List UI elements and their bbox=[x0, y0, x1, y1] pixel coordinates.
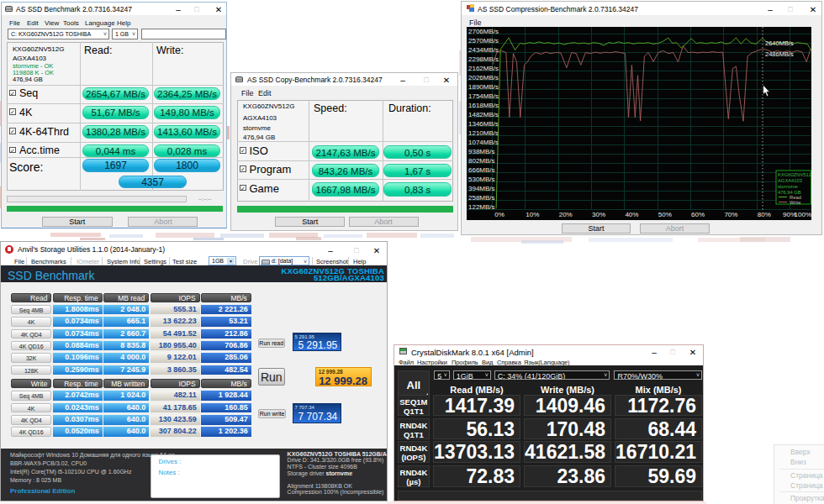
svg-text:80%: 80% bbox=[758, 211, 771, 218]
svg-text:1754MB/s: 1754MB/s bbox=[468, 92, 499, 100]
svg-text:AGXA4103: AGXA4103 bbox=[778, 178, 802, 183]
svg-text:70%: 70% bbox=[724, 211, 737, 218]
svg-text:530MB/s: 530MB/s bbox=[468, 176, 495, 183]
svg-text:100%: 100% bbox=[795, 211, 811, 218]
svg-text:1482MB/s: 1482MB/s bbox=[468, 111, 499, 118]
svg-text:1890MB/s: 1890MB/s bbox=[468, 83, 499, 91]
svg-text:1346MB/s: 1346MB/s bbox=[468, 120, 499, 128]
svg-text:2706MB/s: 2706MB/s bbox=[468, 28, 499, 35]
svg-text:666MB/s: 666MB/s bbox=[468, 166, 495, 174]
svg-text:802MB/s: 802MB/s bbox=[468, 157, 495, 165]
svg-text:2026MB/s: 2026MB/s bbox=[468, 74, 499, 81]
svg-text:2298MB/s: 2298MB/s bbox=[468, 55, 499, 63]
svg-text:394MB/s: 394MB/s bbox=[468, 185, 495, 192]
svg-text:122MB/s: 122MB/s bbox=[468, 203, 495, 211]
svg-text:40%: 40% bbox=[625, 211, 638, 218]
svg-text:0%: 0% bbox=[494, 211, 504, 218]
svg-text:1074MB/s: 1074MB/s bbox=[468, 139, 499, 146]
svg-text:1210MB/s: 1210MB/s bbox=[468, 129, 499, 137]
svg-text:2570MB/s: 2570MB/s bbox=[468, 37, 499, 45]
svg-text:KXG60ZNV512G TO: KXG60ZNV512G TO bbox=[778, 172, 811, 177]
svg-text:30%: 30% bbox=[592, 211, 605, 218]
svg-text:1618MB/s: 1618MB/s bbox=[468, 102, 499, 109]
svg-text:2640MB/s: 2640MB/s bbox=[765, 39, 794, 47]
svg-text:60%: 60% bbox=[691, 211, 705, 218]
svg-text:stornvme: stornvme bbox=[778, 184, 798, 189]
svg-text:2486MB/s: 2486MB/s bbox=[765, 50, 794, 58]
svg-text:50%: 50% bbox=[658, 211, 672, 218]
svg-text:2434MB/s: 2434MB/s bbox=[468, 46, 499, 54]
svg-text:2162MB/s: 2162MB/s bbox=[468, 65, 499, 72]
svg-text:938MB/s: 938MB/s bbox=[468, 148, 495, 155]
svg-text:10%: 10% bbox=[526, 211, 539, 218]
svg-text:258MB/s: 258MB/s bbox=[468, 194, 495, 202]
svg-text:20%: 20% bbox=[559, 211, 573, 218]
svg-text:Write: Write bbox=[790, 200, 800, 205]
